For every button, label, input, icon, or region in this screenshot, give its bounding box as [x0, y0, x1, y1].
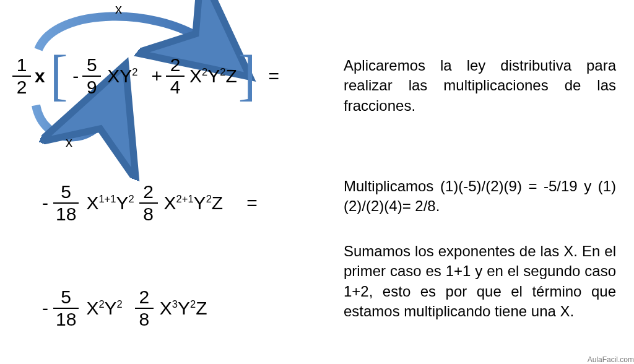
explanation-1: Aplicaremos la ley distributiva para rea…: [344, 56, 616, 116]
right-bracket: ]: [237, 52, 258, 100]
explanation-3: Sumamos los exponentes de las X. En el p…: [344, 241, 616, 322]
page-root: x x 1 2 x [ - 5 9 XY2 + 2: [0, 0, 634, 364]
explanation-2: Multiplicamos (1)(-5)/(2)(9) = -5/19 y (…: [344, 176, 616, 217]
bracket-term-1: - 5 9 XY2: [69, 56, 137, 97]
line3-term1-vars: X2Y2: [79, 298, 134, 319]
equation-line-2: - 5 18 X1+1Y2 2 8 X2+1Y2Z =: [37, 183, 258, 223]
x-label-bottom: x: [66, 134, 72, 150]
bracket-term-2: + 2 4 X2Y2Z: [138, 56, 237, 97]
equation-line-3: - 5 18 X2Y2 2 8 X3Y2Z: [37, 288, 207, 329]
left-bracket: [: [49, 52, 69, 100]
watermark: AulaFacil.com: [588, 355, 634, 364]
line2-term1-vars: X1+1Y2: [79, 193, 139, 214]
x-label-top: x: [115, 1, 122, 17]
outer-multiplier-variable: x: [31, 66, 49, 87]
line3-term2-vars: X3Y2Z: [154, 298, 207, 319]
equals-sign: =: [257, 66, 279, 87]
term2-vars: X2Y2Z: [185, 66, 237, 87]
outer-multiplier-fraction: 1 2: [12, 56, 31, 97]
line2-term2-vars: X2+1Y2Z: [158, 193, 228, 214]
equation-line-1: 1 2 x [ - 5 9 XY2 + 2 4 X2Y2Z: [12, 53, 279, 98]
